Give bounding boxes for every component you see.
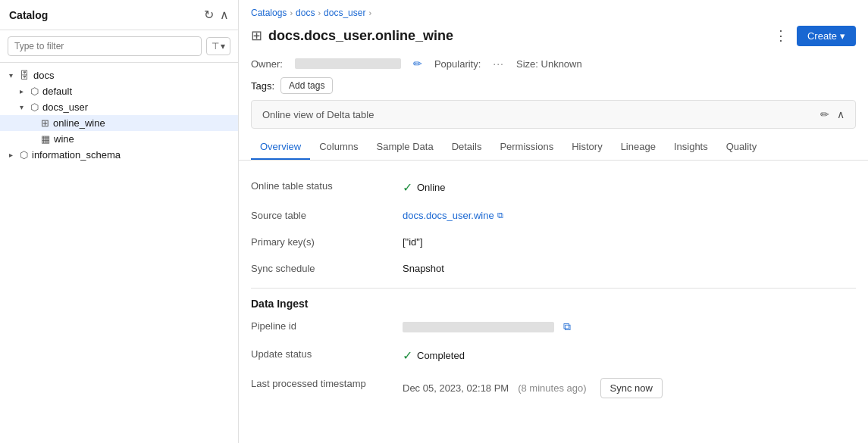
breadcrumb-sep-1: › [290, 8, 293, 17]
sidebar-title: Catalog [9, 9, 48, 21]
page-header-right: ⋮ Create ▾ [771, 24, 856, 47]
tree-item-online-wine[interactable]: ⊞ online_wine [0, 115, 238, 131]
meta-row: Owner: ✏ Popularity: ··· Size: Unknown [239, 53, 868, 74]
last-processed-value: Dec 05, 2023, 02:18 PM (8 minutes ago) S… [403, 378, 663, 398]
tree-label-docs-user: docs_user [42, 101, 88, 113]
tags-row: Tags: Add tags [239, 74, 868, 100]
more-options-button[interactable]: ⋮ [771, 24, 791, 47]
filter-chevron-icon: ▾ [221, 41, 225, 51]
filter-icon: ⊤ [212, 41, 219, 51]
update-status-ok-icon: ✓ [403, 348, 412, 363]
sync-schedule-value: Snapshot [403, 263, 444, 274]
update-status-value: ✓ Completed [403, 348, 465, 363]
last-processed-ago: (8 minutes ago) [518, 382, 586, 394]
tabs-bar: Overview Columns Sample Data Details Per… [239, 135, 868, 161]
info-row-update-status: Update status ✓ Completed [251, 341, 856, 370]
delta-banner: Online view of Delta table ✏ ∧ [251, 100, 856, 129]
table-status-value: ✓ Online [403, 180, 446, 195]
breadcrumb-catalogs[interactable]: Catalogs [251, 8, 287, 18]
page-title: docs.docs_user.online_wine [268, 28, 453, 44]
tab-columns[interactable]: Columns [310, 135, 367, 160]
info-row-primary-keys: Primary key(s) ["id"] [251, 229, 856, 255]
info-row-source: Source table docs.docs_user.wine ⧉ [251, 202, 856, 229]
info-row-status: Online table status ✓ Online [251, 173, 856, 202]
owner-bar [295, 58, 401, 69]
sidebar-search-row: ⊤ ▾ [0, 30, 238, 63]
search-input[interactable] [8, 36, 202, 56]
schema-icon-docs-user: ⬡ [30, 101, 39, 113]
add-tags-button[interactable]: Add tags [280, 77, 333, 94]
filter-button[interactable]: ⊤ ▾ [206, 37, 230, 55]
tab-lineage[interactable]: Lineage [612, 135, 665, 160]
tab-content-overview: Online table status ✓ Online Source tabl… [239, 161, 868, 443]
breadcrumb-docs[interactable]: docs [296, 8, 315, 18]
breadcrumb-sep-3: › [368, 8, 371, 17]
primary-keys-value: ["id"] [403, 236, 423, 248]
sidebar-header: Catalog ↻ ∧ [0, 0, 238, 30]
page-table-icon: ⊞ [251, 27, 262, 44]
tree-item-docs[interactable]: ▾ 🗄 docs [0, 67, 238, 83]
data-ingest-title: Data Ingest [251, 298, 856, 310]
tab-quality[interactable]: Quality [717, 135, 766, 160]
tree-label-docs: docs [33, 70, 54, 81]
database-icon: 🗄 [20, 70, 30, 81]
delta-banner-text: Online view of Delta table [262, 109, 374, 120]
pipeline-id-bar [403, 322, 554, 332]
tree-item-docs-user[interactable]: ▾ ⬡ docs_user [0, 99, 238, 115]
main-content: Catalogs › docs › docs_user › ⊞ docs.doc… [239, 0, 868, 443]
delta-edit-icon[interactable]: ✏ [820, 108, 829, 120]
collapse-sidebar-icon[interactable]: ∧ [220, 8, 229, 22]
tree-label-default: default [42, 86, 72, 97]
external-link-icon: ⧉ [497, 211, 503, 220]
catalog-tree: ▾ 🗄 docs ▸ ⬡ default ▾ ⬡ docs_user ⊞ onl… [0, 63, 238, 443]
breadcrumb-sep-2: › [318, 8, 321, 17]
tab-details[interactable]: Details [443, 135, 491, 160]
online-table-icon: ⊞ [41, 117, 49, 129]
pipeline-id-label: Pipeline id [251, 320, 403, 332]
breadcrumb-docs-user[interactable]: docs_user [324, 8, 365, 18]
schema-icon-information: ⬡ [20, 149, 28, 161]
tree-arrow-information-schema: ▸ [9, 151, 20, 159]
source-table-text: docs.docs_user.wine [403, 210, 494, 221]
table-status-text: Online [417, 182, 446, 193]
tab-history[interactable]: History [562, 135, 611, 160]
sidebar-header-icons: ↻ ∧ [204, 8, 229, 22]
tab-sample-data[interactable]: Sample Data [367, 135, 442, 160]
tree-label-wine: wine [54, 133, 74, 145]
info-row-sync-schedule: Sync schedule Snapshot [251, 255, 856, 282]
status-ok-icon: ✓ [403, 180, 412, 195]
create-label: Create [807, 30, 837, 42]
tab-permissions[interactable]: Permissions [490, 135, 562, 160]
popularity-dots: ··· [493, 58, 504, 70]
size-label: Size: Unknown [516, 58, 582, 70]
tree-arrow-docs-user: ▾ [20, 103, 30, 111]
source-table-link[interactable]: docs.docs_user.wine ⧉ [403, 210, 503, 221]
tree-item-information-schema[interactable]: ▸ ⬡ information_schema [0, 147, 238, 163]
schema-icon-default: ⬡ [30, 86, 39, 97]
last-processed-timestamp: Dec 05, 2023, 02:18 PM [403, 382, 509, 394]
page-header-left: ⊞ docs.docs_user.online_wine [251, 27, 453, 44]
source-table-value: docs.docs_user.wine ⧉ [403, 210, 503, 221]
create-chevron-icon: ▾ [840, 30, 845, 42]
table-status-label: Online table status [251, 180, 403, 192]
pipeline-id-value: ⧉ [403, 320, 571, 333]
tab-insights[interactable]: Insights [665, 135, 717, 160]
table-icon-wine: ▦ [41, 133, 50, 145]
create-button[interactable]: Create ▾ [797, 26, 856, 46]
update-status-label: Update status [251, 348, 403, 360]
pipeline-id-ext-link-icon[interactable]: ⧉ [563, 320, 571, 333]
tags-label: Tags: [251, 80, 274, 92]
update-status-text: Completed [417, 350, 465, 361]
info-row-pipeline-id: Pipeline id ⧉ [251, 313, 856, 341]
tree-item-wine[interactable]: ▦ wine [0, 131, 238, 147]
tree-item-default[interactable]: ▸ ⬡ default [0, 83, 238, 99]
section-divider [251, 288, 856, 289]
info-row-last-processed: Last processed timestamp Dec 05, 2023, 0… [251, 370, 856, 406]
delta-collapse-icon[interactable]: ∧ [837, 108, 844, 120]
tree-label-online-wine: online_wine [53, 117, 105, 129]
refresh-icon[interactable]: ↻ [204, 8, 214, 22]
sync-now-button[interactable]: Sync now [600, 378, 663, 398]
owner-edit-icon[interactable]: ✏ [413, 58, 422, 70]
tab-overview[interactable]: Overview [251, 135, 310, 160]
sync-schedule-label: Sync schedule [251, 263, 403, 274]
